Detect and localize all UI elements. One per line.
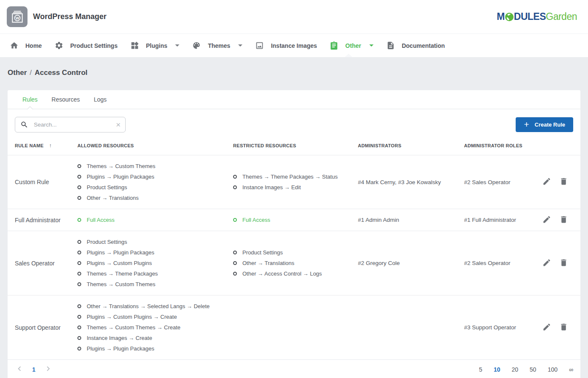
nav-item-product-settings[interactable]: Product Settings xyxy=(48,34,124,57)
resource-item: Instance Images → Create xyxy=(77,333,233,343)
circle-icon xyxy=(77,240,81,244)
nav-item-label: Product Settings xyxy=(70,42,118,49)
resource-label: Plugins → Plugin Packages xyxy=(87,249,154,256)
circle-icon xyxy=(77,218,81,222)
delete-rule-button[interactable] xyxy=(559,215,568,225)
page-size-∞[interactable]: ∞ xyxy=(569,366,573,373)
administrator-roles-cell: #2 Sales Operator xyxy=(464,179,528,185)
circle-icon xyxy=(77,185,81,189)
delete-rule-button[interactable] xyxy=(559,177,568,187)
resource-label: Plugins → Plugin Packages xyxy=(87,345,154,352)
tab-resources[interactable]: Resources xyxy=(52,90,80,109)
resource-item: Plugins → Plugin Packages xyxy=(77,343,233,354)
chevron-down-icon xyxy=(369,44,374,47)
image-icon xyxy=(255,41,264,50)
nav-item-plugins[interactable]: Plugins xyxy=(124,34,186,57)
search-input[interactable] xyxy=(15,117,125,132)
resource-item: Other → Translations xyxy=(77,193,233,203)
circle-icon xyxy=(233,272,237,276)
circle-icon xyxy=(77,196,81,200)
page-size-5[interactable]: 5 xyxy=(479,366,482,373)
logo-text-dules: DULES xyxy=(514,11,546,22)
nav-item-other[interactable]: Other xyxy=(323,34,379,57)
circle-icon xyxy=(233,261,237,265)
column-header-administrator-roles[interactable]: ADMINISTRATOR ROLES xyxy=(464,143,528,148)
nav-item-instance-images[interactable]: Instance Images xyxy=(249,34,323,57)
nav-item-themes[interactable]: Themes xyxy=(186,34,249,57)
tab-logs[interactable]: Logs xyxy=(94,90,107,109)
resource-label: Themes → Theme Packages → Status xyxy=(242,174,338,180)
rules-table-body: Custom RuleThemes → Custom ThemesPlugins… xyxy=(8,155,580,360)
page-size-10[interactable]: 10 xyxy=(494,366,500,373)
row-actions xyxy=(528,177,573,187)
pencil-icon xyxy=(542,323,551,333)
delete-rule-button[interactable] xyxy=(559,323,568,333)
edit-rule-button[interactable] xyxy=(542,258,551,268)
edit-rule-button[interactable] xyxy=(542,323,551,333)
column-header-allowed-resources[interactable]: ALLOWED RESOURCES xyxy=(77,143,233,148)
administrators-cell: #4 Mark Cerny, #3 Joe Kowalsky xyxy=(358,179,464,185)
palette-icon xyxy=(192,41,201,50)
app-title: WordPress Manager xyxy=(33,12,107,21)
administrators-cell: #1 Admin Admin xyxy=(358,217,464,223)
page-size-50[interactable]: 50 xyxy=(530,366,536,373)
page-size-20[interactable]: 20 xyxy=(512,366,519,373)
resource-item: Other → Access Control → Logs xyxy=(233,268,358,279)
column-header-restricted-resources[interactable]: RESTRICTED RESOURCES xyxy=(233,143,358,148)
resource-label: Other → Translations xyxy=(242,260,294,266)
resource-item: Themes → Theme Packages xyxy=(77,268,233,279)
resource-item: Product Settings xyxy=(233,247,358,258)
table-row: Custom RuleThemes → Custom ThemesPlugins… xyxy=(8,155,580,209)
breadcrumb-separator: / xyxy=(30,69,32,77)
nav-item-documentation[interactable]: Documentation xyxy=(380,34,451,57)
current-page-number[interactable]: 1 xyxy=(32,366,36,373)
resource-label: Other → Access Control → Logs xyxy=(242,270,322,277)
top-header: W WordPress Manager M DULES Garden xyxy=(0,0,588,34)
previous-page-button[interactable] xyxy=(15,364,24,375)
resource-item: Themes → Theme Packages → Status xyxy=(233,171,358,182)
resource-item: Full Access xyxy=(233,215,358,225)
resource-label: Instance Images → Edit xyxy=(242,184,301,190)
rule-name-cell: Full Administrator xyxy=(15,217,77,223)
resource-label: Themes → Custom Themes → Create xyxy=(87,324,181,331)
circle-icon xyxy=(77,336,81,340)
create-rule-button[interactable]: + Create Rule xyxy=(516,117,573,132)
circle-icon xyxy=(77,347,81,350)
circle-icon xyxy=(233,218,237,222)
nav-item-home[interactable]: Home xyxy=(3,34,48,57)
resource-item: Instance Images → Edit xyxy=(233,182,358,193)
delete-rule-button[interactable] xyxy=(559,258,568,268)
breadcrumb-page: Access Control xyxy=(35,69,88,77)
edit-rule-button[interactable] xyxy=(542,177,551,187)
restricted-resources-cell: Full Access xyxy=(233,215,358,225)
next-page-button[interactable] xyxy=(44,364,53,375)
resource-item: Themes → Custom Themes → Create xyxy=(77,322,233,333)
resource-label: Product Settings xyxy=(87,184,127,190)
resource-label: Product Settings xyxy=(242,249,283,256)
circle-icon xyxy=(233,251,237,254)
gear-icon xyxy=(55,41,63,50)
resource-label: Other → Translations → Selected Langs → … xyxy=(87,303,209,309)
page-size-100[interactable]: 100 xyxy=(548,366,558,373)
resource-item: Product Settings xyxy=(77,182,233,193)
logo-text-garden: Garden xyxy=(546,11,577,22)
rule-name-cell: Sales Operator xyxy=(15,260,77,267)
column-header-rule-name[interactable]: RULE NAME↑ xyxy=(15,143,77,149)
clear-search-icon[interactable]: × xyxy=(116,121,121,129)
edit-rule-button[interactable] xyxy=(542,215,551,225)
breadcrumb-section[interactable]: Other xyxy=(8,69,27,77)
circle-icon xyxy=(77,164,81,168)
resource-label: Full Access xyxy=(87,217,115,223)
wordpress-manager-icon: W xyxy=(7,6,27,27)
page-size-selector: 5102050100∞ xyxy=(479,366,573,373)
resource-item: Themes → Custom Themes xyxy=(77,161,233,171)
chevron-right-icon xyxy=(44,364,53,375)
tab-bar: RulesResourcesLogs xyxy=(8,90,580,109)
nav-item-label: Home xyxy=(25,42,42,49)
rule-name-cell: Support Operator xyxy=(15,324,77,331)
tab-rules[interactable]: Rules xyxy=(22,90,38,109)
row-actions xyxy=(528,323,573,333)
administrator-roles-cell: #3 Support Operator xyxy=(464,324,528,331)
column-header-administrators[interactable]: ADMINISTRATORS xyxy=(358,143,464,148)
svg-text:W: W xyxy=(15,16,19,20)
